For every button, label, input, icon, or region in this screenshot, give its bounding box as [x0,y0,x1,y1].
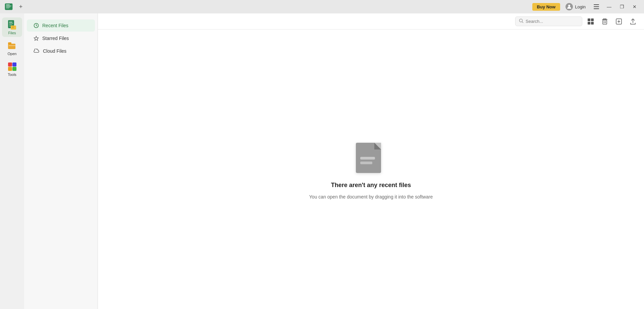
sidebar-item-recent[interactable]: Recent Files [27,19,95,32]
star-icon [34,36,39,41]
sidebar: Recent Files Starred Files Cloud Files [24,13,98,309]
sidebar-starred-label: Starred Files [42,36,69,41]
app-body: Files Open Tool [0,13,644,309]
svg-rect-2 [6,6,11,6]
minimize-button[interactable]: — [604,3,614,11]
empty-file-icon [354,139,388,176]
nav-item-tools[interactable]: Tools [2,59,22,79]
search-input[interactable] [526,19,579,24]
svg-rect-17 [8,44,15,49]
svg-rect-18 [8,42,11,44]
sidebar-item-cloud[interactable]: Cloud Files [27,45,95,57]
nav-rail: Files Open Tool [0,13,24,309]
svg-marker-24 [34,36,39,40]
svg-rect-41 [360,162,372,164]
toolbar [98,13,644,30]
svg-rect-4 [6,8,9,8]
login-label: Login [575,4,586,9]
search-box[interactable] [515,16,582,26]
svg-rect-21 [8,67,12,71]
user-avatar [566,3,573,10]
svg-rect-19 [8,62,12,67]
nav-files-label: Files [8,31,16,35]
maximize-button[interactable]: ❐ [616,3,627,11]
add-file-button[interactable] [613,16,625,27]
main-content: There aren't any recent files You can op… [98,13,644,309]
new-tab-button[interactable]: + [17,3,25,11]
files-icon [7,20,17,30]
buy-now-button[interactable]: Buy Now [532,3,560,11]
window-controls: — ❐ ✕ [591,3,640,11]
grid-view-button[interactable] [585,16,596,27]
svg-rect-40 [360,157,375,160]
trash-button[interactable] [599,16,610,27]
svg-rect-30 [591,22,594,25]
titlebar-right: Buy Now Login — ❐ ✕ [532,2,640,12]
sidebar-item-starred[interactable]: Starred Files [27,32,95,44]
tools-icon [7,62,17,71]
svg-rect-11 [9,23,13,24]
empty-state: There aren't any recent files You can op… [98,30,644,309]
svg-rect-22 [12,67,16,71]
search-icon [519,18,524,24]
share-button[interactable] [627,16,639,27]
svg-rect-3 [6,7,10,7]
empty-subtitle: You can open the document by dragging it… [309,194,433,200]
svg-rect-12 [9,25,12,25]
svg-rect-27 [588,18,590,21]
svg-rect-29 [588,22,590,25]
app-logo [4,2,13,11]
svg-rect-1 [6,5,10,5]
svg-point-5 [568,5,570,7]
nav-item-open[interactable]: Open [2,38,22,58]
svg-rect-15 [12,27,14,27]
svg-rect-20 [12,62,16,67]
sidebar-recent-label: Recent Files [42,23,68,28]
svg-rect-16 [12,28,14,28]
nav-item-files[interactable]: Files [2,17,22,37]
close-button[interactable]: ✕ [629,3,640,11]
empty-title: There aren't any recent files [331,182,411,189]
svg-rect-31 [603,20,607,24]
open-icon [7,41,17,50]
sidebar-cloud-label: Cloud Files [43,48,66,54]
svg-point-25 [520,19,523,22]
svg-rect-6 [594,4,599,5]
svg-rect-8 [594,8,599,9]
titlebar-left: + [4,2,25,11]
svg-rect-10 [9,22,12,23]
hamburger-button[interactable] [591,3,602,11]
svg-rect-28 [591,18,594,21]
titlebar: + Buy Now Login — ❐ ✕ [0,0,644,13]
clock-icon [34,23,39,28]
cloud-icon [34,49,40,53]
nav-tools-label: Tools [8,73,16,77]
svg-rect-7 [594,6,599,7]
login-button[interactable]: Login [563,2,588,12]
nav-open-label: Open [8,52,17,56]
svg-line-26 [522,22,524,23]
